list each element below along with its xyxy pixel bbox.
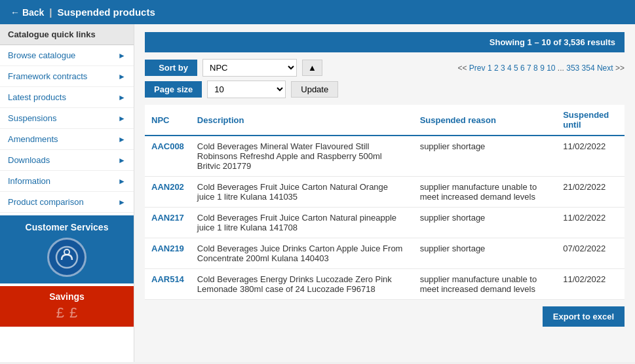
cell-npc: AAN217 <box>145 208 191 238</box>
sidebar-item-label: Latest products <box>8 92 66 102</box>
export-button[interactable]: Export to excel <box>543 306 625 327</box>
table-row: AAN202 Cold Beverages Fruit Juice Carton… <box>145 177 625 208</box>
sidebar-item-downloads[interactable]: Downloads ► <box>0 150 134 171</box>
page-title: Suspended products <box>58 7 155 18</box>
customer-services-icon[interactable] <box>47 238 87 277</box>
cell-description: Cold Beverages Juice Drinks Carton Apple… <box>191 238 414 269</box>
table-row: AAN217 Cold Beverages Fruit Juice Carton… <box>145 208 625 238</box>
sidebar-item-label: Browse catalogue <box>8 50 75 60</box>
cell-suspended-reason: supplier shortage <box>414 136 557 177</box>
sort-select[interactable]: NPC Description Suspended reason Suspend… <box>202 59 297 77</box>
chevron-right-icon: ► <box>118 93 126 102</box>
cell-suspended-until: 21/02/2022 <box>556 177 625 208</box>
next-link[interactable]: Next <box>597 64 613 73</box>
cell-description: Cold Beverages Fruit Juice Carton Natura… <box>191 208 414 238</box>
cell-description: Cold Beverages Mineral Water Flavoured S… <box>191 136 414 177</box>
results-bar: Showing 1 – 10 of 3,536 results <box>145 32 625 52</box>
sidebar-item-framework-contracts[interactable]: Framework contracts ► <box>0 66 134 87</box>
pound-icon: £ <box>56 304 64 321</box>
savings-title: Savings <box>5 291 128 302</box>
customer-services-block: Customer Services <box>0 215 134 283</box>
page-size-select[interactable]: 10 25 50 100 <box>207 81 286 98</box>
chevron-right-icon: ► <box>118 51 126 60</box>
sidebar-item-label: Amendments <box>8 134 58 144</box>
sort-label: Sort by <box>145 60 197 76</box>
back-link[interactable]: ← Back <box>10 7 44 18</box>
pagination: << Prev 1 2 3 4 5 6 7 8 9 10 ... 353 354… <box>458 64 625 73</box>
cell-suspended-reason: supplier shortage <box>414 238 557 269</box>
cell-suspended-until: 11/02/2022 <box>556 208 625 238</box>
sort-row: Sort by NPC Description Suspended reason… <box>145 59 625 77</box>
sidebar-item-label: Information <box>8 176 50 186</box>
cell-suspended-reason: supplier manufacture unable to meet incr… <box>414 177 557 208</box>
npc-link[interactable]: AAR514 <box>151 274 184 284</box>
pound-icon-2: £ <box>69 304 77 321</box>
savings-block: Savings £ £ <box>0 286 134 327</box>
chevron-right-icon: ► <box>118 135 126 144</box>
table-row: AAR514 Cold Beverages Energy Drinks Luco… <box>145 269 625 300</box>
chevron-right-icon: ► <box>118 156 126 165</box>
npc-link[interactable]: AAN217 <box>151 213 184 223</box>
sidebar-item-label: Downloads <box>8 155 50 165</box>
sidebar-item-label: Framework contracts <box>8 71 87 81</box>
savings-icons: £ £ <box>5 304 128 321</box>
products-table: NPC Description Suspended reason Suspend… <box>145 105 625 300</box>
npc-link[interactable]: AAC008 <box>151 141 184 151</box>
cell-npc: AAN202 <box>145 177 191 208</box>
npc-link[interactable]: AAN202 <box>151 182 184 192</box>
update-button[interactable]: Update <box>291 81 338 98</box>
header-separator: | <box>49 7 52 18</box>
sort-asc-button[interactable]: ▲ <box>302 60 322 76</box>
page-size-row: Page size 10 25 50 100 Update <box>145 81 625 98</box>
col-header-description: Description <box>191 105 414 136</box>
col-header-suspended-until: Suspended until <box>556 105 625 136</box>
table-row: AAC008 Cold Beverages Mineral Water Flav… <box>145 136 625 177</box>
sidebar-section-title: Catalogue quick links <box>0 24 134 45</box>
sidebar-item-information[interactable]: Information ► <box>0 171 134 192</box>
cell-npc: AAR514 <box>145 269 191 300</box>
page-size-label: Page size <box>145 81 202 98</box>
cell-npc: AAC008 <box>145 136 191 177</box>
npc-link[interactable]: AAN219 <box>151 244 184 253</box>
table-row: AAN219 Cold Beverages Juice Drinks Carto… <box>145 238 625 269</box>
cell-description: Cold Beverages Energy Drinks Lucozade Ze… <box>191 269 414 300</box>
sidebar-item-suspensions[interactable]: Suspensions ► <box>0 108 134 129</box>
main-content: Showing 1 – 10 of 3,536 results Sort by … <box>134 24 635 362</box>
sidebar-item-label: Suspensions <box>8 113 56 123</box>
chevron-right-icon: ► <box>118 114 126 123</box>
customer-services-title: Customer Services <box>5 222 128 232</box>
main-layout: Catalogue quick links Browse catalogue ►… <box>0 24 635 362</box>
page-header: ← Back | Suspended products <box>0 0 635 24</box>
cell-suspended-until: 07/02/2022 <box>556 238 625 269</box>
prev-link[interactable]: Prev <box>469 64 486 73</box>
footer-row: Export to excel <box>145 300 625 333</box>
sidebar-item-amendments[interactable]: Amendments ► <box>0 129 134 150</box>
cell-suspended-reason: supplier shortage <box>414 208 557 238</box>
cell-suspended-reason: supplier manufacture unable to meet incr… <box>414 269 557 300</box>
sidebar: Catalogue quick links Browse catalogue ►… <box>0 24 134 362</box>
col-header-suspended-reason: Suspended reason <box>414 105 557 136</box>
sidebar-item-product-comparison[interactable]: Product comparison ► <box>0 192 134 213</box>
sidebar-item-latest-products[interactable]: Latest products ► <box>0 87 134 108</box>
chevron-right-icon: ► <box>118 177 126 186</box>
col-header-npc: NPC <box>145 105 191 136</box>
chevron-right-icon: ► <box>118 72 126 81</box>
chevron-right-icon: ► <box>118 198 126 207</box>
cell-suspended-until: 11/02/2022 <box>556 136 625 177</box>
cell-suspended-until: 11/02/2022 <box>556 269 625 300</box>
cell-description: Cold Beverages Fruit Juice Carton Natura… <box>191 177 414 208</box>
cell-npc: AAN219 <box>145 238 191 269</box>
sidebar-item-label: Product comparison <box>8 197 84 207</box>
sidebar-item-browse-catalogue[interactable]: Browse catalogue ► <box>0 45 134 66</box>
